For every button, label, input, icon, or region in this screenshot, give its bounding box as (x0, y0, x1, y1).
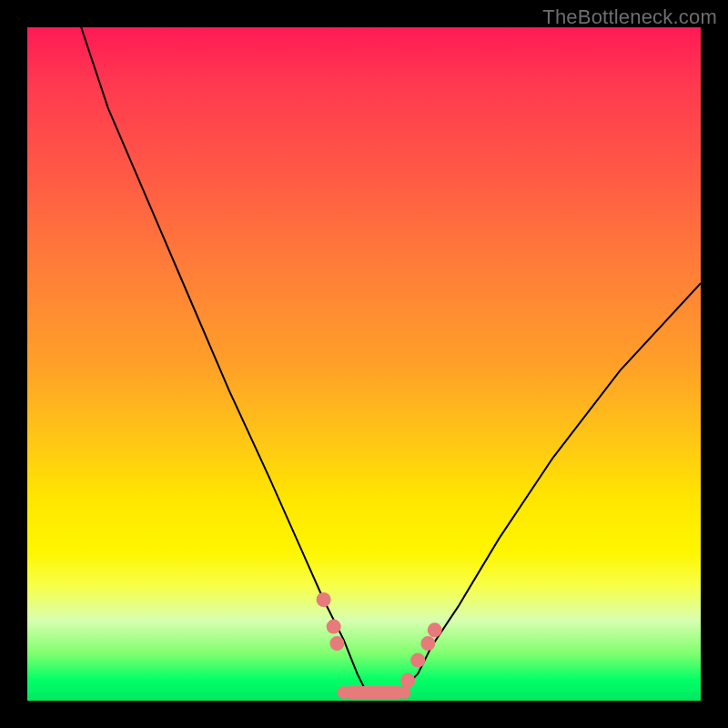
bottleneck-curve (81, 27, 701, 694)
chart-frame: TheBottleneck.com (0, 0, 728, 728)
curve-marker (327, 620, 341, 634)
watermark-text: TheBottleneck.com (542, 5, 717, 29)
curve-marker (428, 622, 442, 637)
plot-area (27, 27, 701, 701)
flat-segment-marker (344, 686, 405, 699)
curve-marker (410, 653, 425, 668)
curve-marker (420, 636, 435, 651)
curve-marker (398, 686, 410, 699)
curve-marker (317, 592, 331, 607)
curve-marker (338, 686, 350, 699)
curve-marker (329, 636, 344, 651)
chart-svg (27, 27, 701, 701)
marker-group (317, 592, 442, 699)
curve-marker (400, 673, 415, 688)
